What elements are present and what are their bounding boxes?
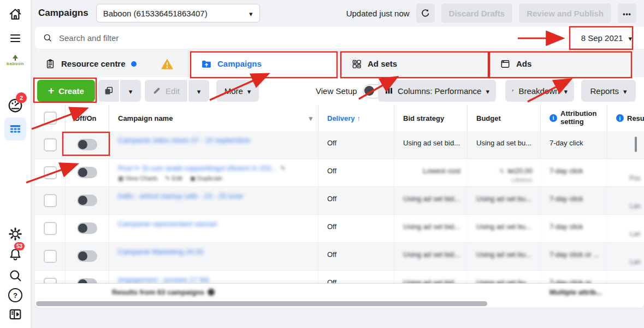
- row-checkbox[interactable]: [44, 250, 57, 263]
- campaign-name-cell: Campanie Marketing 24.03: [109, 243, 318, 270]
- help-icon[interactable]: [8, 288, 22, 302]
- create-button[interactable]: Create: [37, 80, 95, 102]
- results-cell: Lan: [607, 215, 644, 242]
- tab-ads[interactable]: Ads: [490, 50, 631, 77]
- row-checkbox-cell: [35, 187, 66, 214]
- campaign-toggle[interactable]: [77, 167, 97, 178]
- breakdown-icon: [512, 86, 514, 95]
- campaign-toggle[interactable]: [77, 195, 97, 206]
- duplicate-icon: [104, 86, 114, 96]
- col-delivery-label: Delivery: [327, 114, 355, 122]
- bid-strategy-cell: Using ad set bid...: [394, 215, 468, 242]
- columns-button[interactable]: Columns: Performance: [378, 80, 496, 102]
- row-checkbox[interactable]: [44, 138, 57, 151]
- table-row: trafic - articol startup cafe - 23 - 25 …: [35, 187, 644, 215]
- toggle-knob: [78, 224, 87, 233]
- attribution-cell: 7-day click: [541, 159, 607, 186]
- row-checkbox-cell: [35, 159, 66, 186]
- col-delivery[interactable]: Delivery: [318, 105, 394, 131]
- row-checkbox[interactable]: [44, 222, 57, 235]
- ads-frame-icon: [500, 58, 511, 69]
- warning-icon: [161, 58, 174, 70]
- table-header-row: Off/On Campaign name Delivery Bid strate…: [35, 105, 644, 132]
- budget-value: ✎lei20,00: [476, 167, 533, 175]
- duplicate-menu-button[interactable]: [120, 80, 141, 102]
- bid-strategy-cell: Using ad set bid...: [394, 243, 468, 270]
- delivery-cell: Off: [318, 187, 394, 214]
- edit-button-label: Edit: [166, 86, 180, 96]
- reports-button[interactable]: Reports: [581, 80, 636, 102]
- review-publish-button[interactable]: Review and Publish: [519, 3, 611, 23]
- table-body: Campanie video views 07 - 10 septembrie …: [35, 131, 644, 298]
- clipboard-icon: [45, 58, 56, 69]
- row-checkbox-cell: [35, 243, 66, 270]
- account-selector[interactable]: Baboon (615336451863407): [96, 4, 260, 22]
- discard-drafts-button[interactable]: Discard Drafts: [441, 3, 513, 23]
- campaign-toggle[interactable]: [77, 139, 97, 150]
- top-bar: Campaigns Baboon (615336451863407) Updat…: [31, 0, 644, 26]
- edit-menu-button[interactable]: [188, 80, 209, 102]
- baboon-logo: baboon: [0, 55, 31, 66]
- edit-budget-pencil-icon[interactable]: ✎: [499, 168, 504, 174]
- breakdown-button[interactable]: Breakdown: [505, 80, 574, 102]
- campaign-toggle[interactable]: [77, 250, 97, 262]
- chevron-down-icon: [197, 86, 201, 96]
- refresh-button[interactable]: [416, 3, 435, 23]
- col-campaign-name[interactable]: Campaign name: [109, 105, 318, 131]
- col-results-label: Resu: [627, 114, 644, 122]
- settings-gear-icon[interactable]: [8, 226, 23, 242]
- table-row: Post ✏ Și cum arată copywritingul eficie…: [35, 159, 644, 187]
- table-row: Campanie Marketing 24.03 Off Using ad se…: [35, 243, 644, 271]
- vertical-scrollbar[interactable]: [635, 137, 637, 152]
- notification-dot: [131, 61, 137, 67]
- col-budget[interactable]: Budget: [468, 105, 541, 131]
- edit-name-pencil-icon[interactable]: ✎: [280, 165, 286, 172]
- table-grid-icon: [9, 122, 22, 136]
- more-button[interactable]: More: [216, 80, 259, 102]
- budget-value: Using ad set bu...: [476, 250, 533, 259]
- attribution-cell: 7-day click: [541, 215, 607, 242]
- search-input[interactable]: [58, 33, 636, 43]
- select-all-checkbox[interactable]: [44, 112, 57, 125]
- horizontal-scrollbar[interactable]: [36, 301, 487, 306]
- row-toggle-cell: [66, 187, 109, 214]
- campaign-toggle[interactable]: [77, 222, 97, 234]
- campaign-name-link[interactable]: trafic - articol startup cafe - 23 - 25 …: [118, 192, 243, 201]
- row-checkbox[interactable]: [44, 194, 57, 207]
- collapse-panel-icon[interactable]: [8, 307, 23, 322]
- tab-resource-centre[interactable]: Resource centre: [35, 50, 188, 77]
- campaigns-nav-active[interactable]: [4, 118, 26, 140]
- col-attribution[interactable]: Attribution setting: [541, 105, 607, 131]
- menu-icon[interactable]: [8, 32, 22, 45]
- results-value: Pos: [629, 174, 641, 182]
- edit-button[interactable]: Edit: [145, 80, 187, 102]
- results-summary: Results from 63 campaigns: [112, 288, 215, 296]
- row-checkbox[interactable]: [44, 166, 57, 179]
- tab-ad-sets[interactable]: Ad sets: [341, 50, 488, 77]
- campaign-name-link[interactable]: Campanie reprezentant vanzari: [118, 220, 217, 229]
- overflow-menu-button[interactable]: [618, 3, 636, 23]
- campaign-name-link[interactable]: Post ✏ Și cum arată copywritingul eficie…: [118, 164, 277, 173]
- breakdown-button-label: Breakdown: [518, 86, 559, 96]
- campaign-name-link[interactable]: Campanie Marketing 24.03: [118, 248, 203, 257]
- pencil-icon: [152, 86, 161, 95]
- tab-campaigns[interactable]: Campaigns: [191, 50, 337, 77]
- campaign-name-link[interactable]: Campanie video views 07 - 10 septembrie: [118, 136, 250, 145]
- col-bid-strategy[interactable]: Bid strategy: [394, 105, 468, 131]
- footer-attribution-summary: Multiple attrib...: [550, 288, 602, 296]
- results-value: Lan: [630, 202, 641, 210]
- results-value: Lan: [630, 230, 641, 238]
- bid-strategy-cell: Using ad set bid...: [394, 187, 468, 214]
- row-hover-actions[interactable]: ▦ View Charts✎ Edit▣ Duplicate: [118, 174, 312, 182]
- table-row: Campanie reprezentant vanzari Off Using …: [35, 215, 644, 243]
- duplicate-button[interactable]: [98, 80, 119, 102]
- col-results[interactable]: Resu: [607, 105, 644, 131]
- home-icon[interactable]: [8, 7, 23, 22]
- bid-strategy-cell: Lowest cost: [394, 159, 468, 186]
- plus-icon: [48, 85, 54, 97]
- search-icon: [43, 33, 52, 43]
- info-icon: [208, 289, 215, 296]
- date-range-selector[interactable]: 8 Sep 2021: [578, 27, 635, 49]
- row-toggle-cell: [66, 243, 109, 270]
- search-nav-icon[interactable]: [8, 268, 23, 283]
